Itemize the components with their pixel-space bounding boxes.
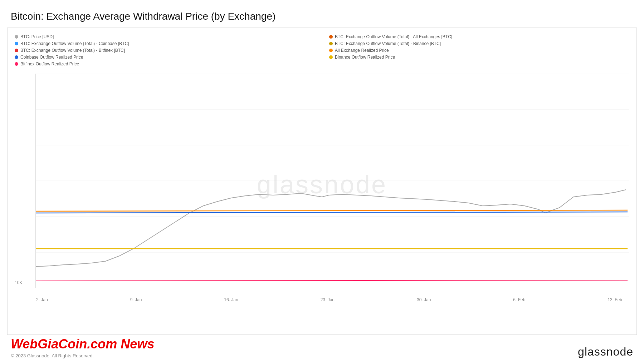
y-axis-10k-label: 10K — [15, 280, 22, 285]
x-label-5: 6. Feb — [513, 297, 525, 302]
legend-bitfinex-realized: Bitfinex Outflow Realized Price — [15, 61, 315, 66]
chart-svg — [15, 74, 629, 295]
page-title: Bitcoin: Exchange Average Withdrawal Pri… — [0, 0, 644, 28]
coinbase-realized-line — [36, 212, 628, 213]
legend-dot-coinbase — [15, 42, 18, 45]
legend-dot-btc-price — [15, 35, 18, 39]
legend-btc-outflow-all: BTC: Exchange Outflow Volume (Total) - A… — [329, 34, 629, 39]
legend-dot-bitfinex — [15, 49, 18, 52]
legend-all-exchange-realized: All Exchange Realized Price — [329, 48, 629, 53]
legend-dot-all — [329, 35, 333, 39]
brand-watermark: WebGiaCoin.com News — [11, 337, 154, 352]
legend-binance-realized: Binance Outflow Realized Price — [329, 55, 629, 60]
x-label-6: 13. Feb — [608, 297, 622, 302]
legend-dot-binance-realized — [329, 55, 333, 59]
chart-legend: BTC: Price [USD] BTC: Exchange Outflow V… — [8, 28, 636, 70]
legend-btc-price: BTC: Price [USD] — [15, 34, 315, 39]
x-label-3: 23. Jan — [321, 297, 335, 302]
chart-container: BTC: Price [USD] BTC: Exchange Outflow V… — [7, 28, 637, 335]
x-label-4: 30. Jan — [417, 297, 431, 302]
legend-btc-outflow-bitfinex: BTC: Exchange Outflow Volume (Total) - B… — [15, 48, 315, 53]
legend-dot-bitfinex-realized — [15, 62, 18, 66]
legend-dot-coinbase-realized — [15, 55, 18, 59]
glassnode-logo: glassnode — [578, 345, 633, 358]
btc-price-line — [36, 190, 626, 267]
all-exchange-realized-line — [36, 210, 628, 211]
legend-dot-all-realized — [329, 49, 333, 52]
legend-dot-binance — [329, 42, 333, 45]
copyright-text: © 2023 Glassnode. All Rights Reserved. — [11, 353, 154, 358]
footer-left: WebGiaCoin.com News © 2023 Glassnode. Al… — [11, 337, 154, 358]
x-label-0: 2. Jan — [36, 297, 48, 302]
legend-btc-outflow-binance: BTC: Exchange Outflow Volume (Total) - B… — [329, 41, 629, 46]
x-label-2: 16. Jan — [224, 297, 238, 302]
x-label-1: 9. Jan — [130, 297, 142, 302]
x-axis: 2. Jan 9. Jan 16. Jan 23. Jan 30. Jan 6.… — [15, 295, 629, 302]
legend-btc-outflow-coinbase: BTC: Exchange Outflow Volume (Total) - C… — [15, 41, 315, 46]
legend-coinbase-realized: Coinbase Outflow Realized Price — [15, 55, 315, 60]
footer: WebGiaCoin.com News © 2023 Glassnode. Al… — [0, 337, 644, 358]
chart-area: glassnode 10K — [15, 74, 629, 295]
